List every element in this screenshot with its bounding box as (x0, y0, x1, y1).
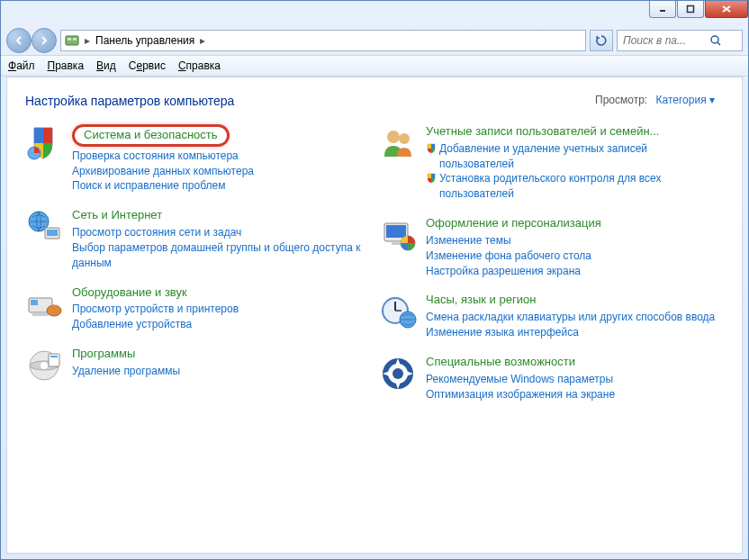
minimize-button[interactable] (649, 1, 676, 18)
category-block: Оформление и персонализацияИзменение тем… (379, 216, 724, 278)
category-link[interactable]: Оптимизация изображения на экране (426, 387, 724, 402)
svg-rect-27 (392, 241, 401, 245)
category-title[interactable]: Оформление и персонализация (426, 216, 724, 231)
category-link[interactable]: Добавление устройства (72, 317, 370, 332)
category-icon (379, 216, 417, 254)
uac-shield-icon (426, 173, 437, 184)
category-link[interactable]: Поиск и исправление проблем (72, 178, 370, 194)
category-link[interactable]: Архивирование данных компьютера (72, 164, 370, 179)
search-box[interactable] (617, 30, 743, 51)
refresh-button[interactable] (590, 30, 613, 51)
category-block: Сеть и ИнтернетПросмотр состояния сети и… (25, 208, 370, 270)
category-block: Оборудование и звукПросмотр устройств и … (25, 285, 370, 332)
svg-point-23 (387, 131, 400, 143)
category-title[interactable]: Сеть и Интернет (72, 208, 370, 223)
category-link[interactable]: Проверка состояния компьютера (72, 149, 370, 164)
menubar: Файл Правка Вид Сервис Справка (1, 55, 748, 77)
breadcrumb-sep: ▸ (83, 34, 92, 47)
control-panel-icon (65, 33, 79, 48)
svg-rect-5 (68, 38, 71, 41)
breadcrumb-sep: ▸ (198, 34, 207, 47)
category-title[interactable]: Часы, язык и регион (426, 293, 724, 308)
category-icon (25, 347, 63, 384)
category-link[interactable]: Смена раскладки клавиатуры или других сп… (426, 310, 724, 325)
menu-help[interactable]: Справка (178, 59, 221, 72)
view-selector: Просмотр: Категория ▾ (595, 94, 715, 106)
svg-rect-1 (688, 6, 694, 13)
menu-tools[interactable]: Сервис (129, 59, 166, 72)
menu-file[interactable]: Файл (8, 59, 35, 72)
category-link[interactable]: Просмотр состояния сети и задач (72, 225, 370, 240)
content-area: Настройка параметров компьютера Просмотр… (6, 77, 743, 554)
control-panel-window: ▸ Панель управления ▸ Файл Правка Вид Се… (0, 0, 749, 560)
category-block: Система и безопасностьПроверка состояния… (25, 124, 370, 194)
svg-rect-12 (47, 230, 58, 236)
svg-line-8 (717, 42, 720, 45)
category-link[interactable]: Изменение темы (426, 233, 724, 248)
svg-point-24 (399, 133, 410, 144)
category-link[interactable]: Добавление и удаление учетных записей по… (426, 141, 724, 172)
svg-point-7 (711, 36, 718, 43)
category-icon (379, 293, 417, 330)
maximize-button[interactable] (677, 1, 704, 18)
view-label: Просмотр: (595, 94, 647, 106)
svg-point-20 (41, 362, 48, 369)
menu-view[interactable]: Вид (96, 59, 116, 72)
svg-point-35 (393, 368, 403, 379)
address-bar[interactable]: ▸ Панель управления ▸ (60, 30, 586, 51)
left-column: Система и безопасностьПроверка состояния… (25, 124, 370, 416)
forward-button[interactable] (32, 28, 57, 53)
category-icon (25, 124, 63, 162)
svg-rect-15 (32, 312, 49, 316)
svg-rect-26 (386, 225, 406, 238)
breadcrumb-text[interactable]: Панель управления (95, 34, 194, 47)
category-block: Специальные возможностиРекомендуемые Win… (379, 355, 724, 402)
view-dropdown[interactable]: Категория ▾ (656, 94, 715, 106)
svg-rect-6 (73, 38, 77, 41)
category-link[interactable]: Удаление программы (72, 364, 370, 379)
category-link[interactable]: Изменение языка интерфейса (426, 325, 724, 340)
uac-shield-icon (426, 143, 437, 154)
category-link[interactable]: Настройка разрешения экрана (426, 264, 724, 279)
category-link[interactable]: Просмотр устройств и принтеров (72, 302, 370, 317)
category-block: Часы, язык и регионСмена раскладки клави… (379, 293, 724, 339)
category-link[interactable]: Выбор параметров домашней группы и общег… (72, 240, 370, 271)
search-icon (709, 34, 722, 47)
svg-rect-14 (31, 300, 38, 305)
menu-edit[interactable]: Правка (48, 59, 85, 72)
category-link[interactable]: Изменение фона рабочего стола (426, 248, 724, 264)
right-column: Учетные записи пользователей и семейн...… (379, 124, 724, 416)
category-icon (25, 208, 63, 246)
category-block: Учетные записи пользователей и семейн...… (379, 124, 724, 202)
category-title[interactable]: Специальные возможности (426, 355, 724, 370)
category-title[interactable]: Оборудование и звук (72, 285, 370, 301)
close-button[interactable] (705, 1, 748, 18)
search-input[interactable] (621, 33, 706, 48)
category-link[interactable]: Установка родительского контроля для все… (426, 171, 724, 202)
category-block: ПрограммыУдаление программы (25, 347, 370, 384)
category-icon (25, 285, 63, 323)
category-title[interactable]: Система и безопасность (72, 124, 230, 147)
category-link[interactable]: Рекомендуемые Windows параметры (426, 372, 724, 387)
back-button[interactable] (6, 28, 32, 53)
category-title[interactable]: Учетные записи пользователей и семейн... (426, 124, 724, 140)
svg-rect-22 (50, 356, 58, 357)
category-icon (379, 355, 417, 393)
navigation-row: ▸ Панель управления ▸ (1, 26, 748, 55)
titlebar (1, 1, 748, 26)
category-title[interactable]: Программы (72, 347, 370, 362)
svg-rect-17 (50, 305, 58, 312)
category-icon (379, 124, 417, 162)
